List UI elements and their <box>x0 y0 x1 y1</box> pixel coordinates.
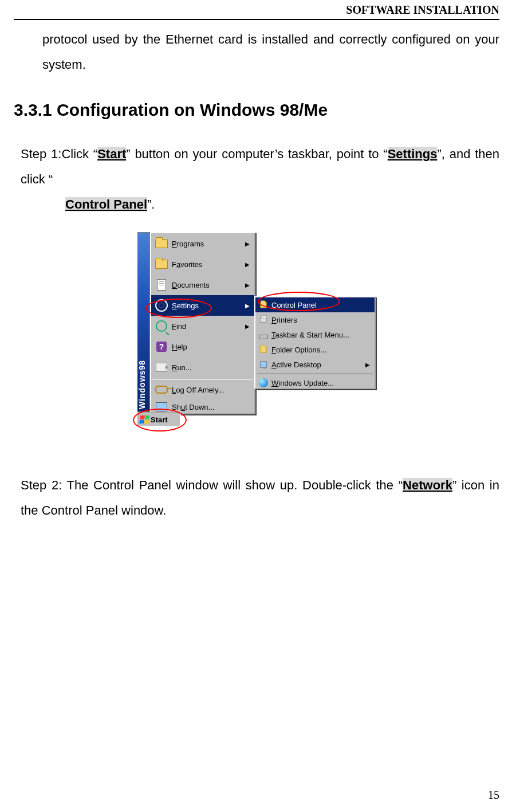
documents-icon <box>155 278 168 292</box>
menu-item-favorites[interactable]: Favorites ▶ <box>151 254 254 274</box>
submenu-arrow-icon: ▶ <box>245 282 251 288</box>
folder-options-icon <box>259 345 268 354</box>
step1-hl-settings: Settings <box>388 147 438 161</box>
submenu-item-controlpanel[interactable]: Control Panel <box>255 297 375 312</box>
menu-label: Documents <box>172 281 245 289</box>
step-1: Step 1:Click “Start” button on your comp… <box>21 142 499 217</box>
menu-label: Log Off Amely... <box>172 386 251 394</box>
settings-submenu: Control Panel Printers Taskbar & Start M… <box>254 296 376 389</box>
submenu-item-taskbar[interactable]: Taskbar & Start Menu... <box>255 327 375 342</box>
submenu-arrow-icon: ▶ <box>245 303 251 309</box>
submenu-item-windowsupdate[interactable]: Windows Update... <box>255 375 375 390</box>
header-rule <box>14 19 499 20</box>
menu-label: Help <box>172 343 251 351</box>
submenu-label: Active Desktop <box>271 360 365 369</box>
step1-hl-controlpanel: Control Panel <box>65 197 147 211</box>
step2-hl-network: Network <box>403 478 452 492</box>
taskbar-icon <box>259 330 268 339</box>
submenu-item-folderoptions[interactable]: Folder Options... <box>255 342 375 357</box>
start-button[interactable]: Start <box>137 412 181 427</box>
page-number: 15 <box>488 789 499 802</box>
windows-flag-icon <box>139 415 149 423</box>
logoff-icon <box>155 383 168 397</box>
menu-item-find[interactable]: Find ▶ <box>151 316 254 336</box>
menu-separator <box>152 379 253 380</box>
menu-separator <box>257 373 373 374</box>
menu-item-help[interactable]: ? Help <box>151 336 254 357</box>
favorites-icon <box>155 257 168 271</box>
submenu-label: Printers <box>271 316 371 324</box>
submenu-arrow-icon: ▶ <box>245 261 251 268</box>
menu-label: Find <box>172 322 245 331</box>
submenu-item-printers[interactable]: Printers <box>255 312 375 327</box>
submenu-label: Folder Options... <box>271 346 371 354</box>
start-menu: Programs ▶ Favorites ▶ Documents ▶ Setti… <box>150 232 255 414</box>
menu-label: Favorites <box>172 260 245 269</box>
step1-hl-start: Start <box>97 147 126 161</box>
run-icon <box>155 360 168 374</box>
find-icon <box>155 319 168 333</box>
windows98-band: Windows98 <box>137 232 150 412</box>
submenu-arrow-icon: ▶ <box>245 323 251 329</box>
section-heading: 3.3.1 Configuration on Windows 98/Me <box>14 100 499 120</box>
active-desktop-icon <box>259 360 268 369</box>
programs-icon <box>155 237 168 250</box>
menu-item-documents[interactable]: Documents ▶ <box>151 274 254 295</box>
submenu-arrow-icon: ▶ <box>245 241 251 247</box>
settings-icon <box>155 299 168 312</box>
menu-label: Run... <box>172 363 251 372</box>
control-panel-icon <box>259 300 268 309</box>
submenu-label: Control Panel <box>271 301 371 309</box>
menu-item-settings[interactable]: Settings ▶ <box>151 295 254 316</box>
intro-paragraph: protocol used by the Ethernet card is in… <box>42 27 499 77</box>
menu-item-programs[interactable]: Programs ▶ <box>151 233 254 254</box>
page-header-title: SOFTWARE INSTALLATION <box>14 0 499 17</box>
printers-icon <box>259 315 268 324</box>
help-icon: ? <box>155 340 168 354</box>
submenu-label: Taskbar & Start Menu... <box>271 331 371 339</box>
menu-label: Shut Down... <box>172 403 251 411</box>
menu-item-logoff[interactable]: Log Off Amely... <box>151 381 254 398</box>
start-button-label: Start <box>151 415 168 424</box>
menu-label: Programs <box>172 240 245 248</box>
menu-label: Settings <box>172 301 245 310</box>
submenu-label: Windows Update... <box>271 379 371 387</box>
submenu-item-activedesktop[interactable]: Active Desktop ▶ <box>255 357 375 372</box>
menu-item-run[interactable]: Run... <box>151 357 254 378</box>
figure-start-menu: Windows98 Programs ▶ Favorites ▶ Documen… <box>14 232 499 438</box>
submenu-arrow-icon: ▶ <box>365 362 371 368</box>
step-2: Step 2: The Control Panel window will sh… <box>21 473 499 523</box>
windows-update-icon <box>259 378 268 387</box>
